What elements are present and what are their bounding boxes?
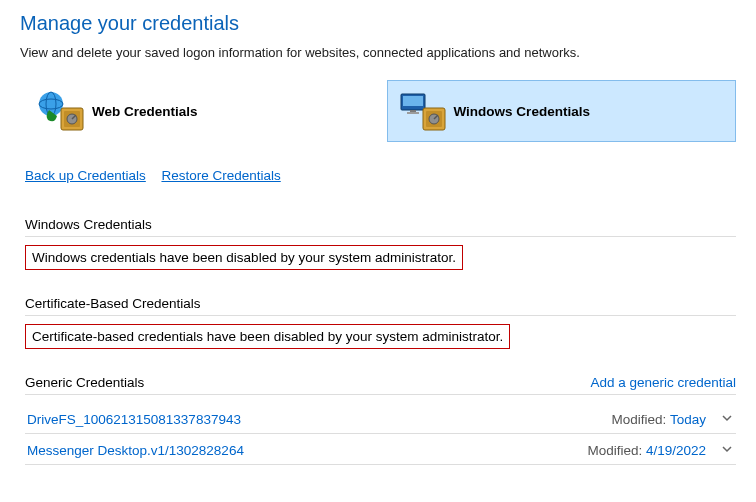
tab-web-label: Web Credentials xyxy=(92,104,198,119)
credential-modified-label: Modified: xyxy=(612,412,667,427)
credential-modified-value: Today xyxy=(670,412,706,427)
backup-credentials-link[interactable]: Back up Credentials xyxy=(25,168,146,183)
credential-modified-label: Modified: xyxy=(588,443,643,458)
credential-links: Back up Credentials Restore Credentials xyxy=(20,168,736,183)
section-header-generic: Generic Credentials Add a generic creden… xyxy=(25,375,736,395)
credential-name: Messenger Desktop.v1/1302828264 xyxy=(27,443,244,458)
credential-row[interactable]: Messenger Desktop.v1/1302828264 Modified… xyxy=(25,434,736,465)
chevron-down-icon[interactable] xyxy=(720,411,734,427)
tab-windows-label: Windows Credentials xyxy=(454,104,590,119)
credential-modified-value: 4/19/2022 xyxy=(646,443,706,458)
add-generic-credential-link[interactable]: Add a generic credential xyxy=(590,375,736,390)
svg-rect-9 xyxy=(410,110,416,112)
svg-rect-8 xyxy=(403,96,423,106)
page-subtitle: View and delete your saved logon informa… xyxy=(20,45,736,60)
chevron-down-icon[interactable] xyxy=(720,442,734,458)
credential-tabs: Web Credentials Windows Credentials xyxy=(20,80,736,142)
tab-windows-credentials[interactable]: Windows Credentials xyxy=(387,80,737,142)
section-header-windows: Windows Credentials xyxy=(25,217,736,237)
generic-header-text: Generic Credentials xyxy=(25,375,144,390)
page-title: Manage your credentials xyxy=(20,12,736,35)
restore-credentials-link[interactable]: Restore Credentials xyxy=(161,168,280,183)
section-certificate-credentials: Certificate-Based Credentials Certificat… xyxy=(20,296,736,349)
section-generic-credentials: Generic Credentials Add a generic creden… xyxy=(20,375,736,465)
section-header-certificate: Certificate-Based Credentials xyxy=(25,296,736,316)
windows-disabled-message: Windows credentials have been disabled b… xyxy=(25,245,463,270)
monitor-vault-icon xyxy=(396,89,448,133)
globe-vault-icon xyxy=(34,89,86,133)
section-windows-credentials: Windows Credentials Windows credentials … xyxy=(20,217,736,270)
credential-row[interactable]: DriveFS_100621315081337837943 Modified: … xyxy=(25,403,736,434)
credential-name: DriveFS_100621315081337837943 xyxy=(27,412,241,427)
tab-web-credentials[interactable]: Web Credentials xyxy=(25,80,375,142)
svg-rect-10 xyxy=(407,112,419,114)
certificate-disabled-message: Certificate-based credentials have been … xyxy=(25,324,510,349)
